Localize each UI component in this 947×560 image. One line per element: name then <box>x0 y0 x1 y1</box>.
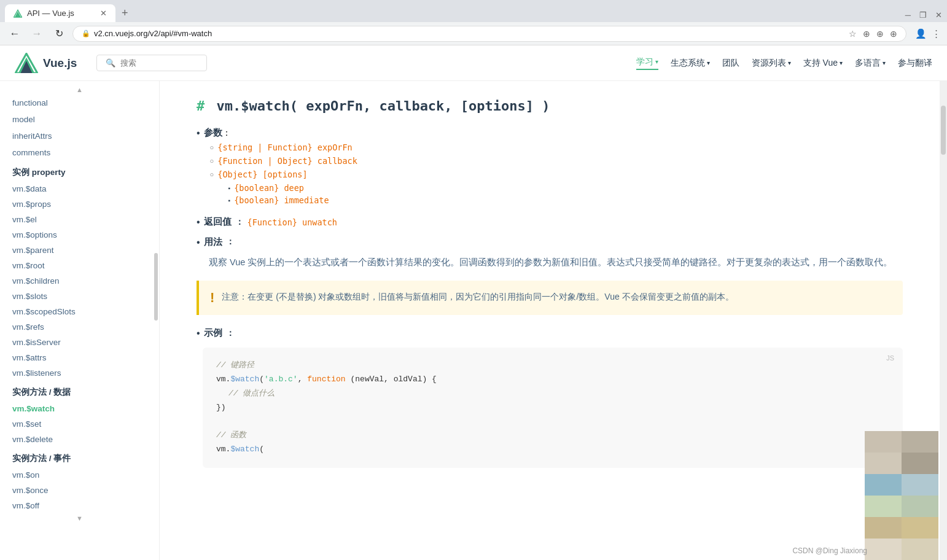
main-nav: 学习 ▾ 生态系统 ▾ 团队 资源列表 ▾ 支持 Vue ▾ 多语言 ▾ 参与翻… <box>636 56 932 70</box>
nav-item-resources[interactable]: 资源列表 ▾ <box>752 58 791 69</box>
warning-box: ! 注意：在变更 (不是替换) 对象或数组时，旧值将与新值相同，因为它们的引用指… <box>197 281 903 316</box>
tab-favicon <box>14 9 22 18</box>
swatch-12 <box>902 539 938 560</box>
tab-close-icon[interactable]: ✕ <box>100 9 107 18</box>
swatch-8 <box>902 496 938 517</box>
code-line-3: }) <box>216 401 889 415</box>
param-code-3: {Object} [options] <box>217 169 307 179</box>
sidebar-item-isserver[interactable]: vm.$isServer <box>0 335 159 350</box>
return-bullet: • <box>197 217 200 228</box>
url-bar[interactable]: 🔒 v2.cn.vuejs.org/v2/api/#vm-watch ☆ ⊕ ⊕… <box>72 26 906 42</box>
sidebar-item-off[interactable]: vm.$off <box>0 498 159 513</box>
right-scrollbar-thumb[interactable] <box>941 106 946 155</box>
extension-icon3[interactable]: ⊕ <box>890 29 897 39</box>
right-scrollbar-track[interactable] <box>940 81 947 560</box>
search-icon: 🔍 <box>106 58 115 68</box>
sidebar-scroll-up[interactable]: ▲ <box>0 85 159 95</box>
vue-logo <box>15 53 38 73</box>
sidebar-item-comments[interactable]: comments <box>0 144 159 161</box>
params-label: 参数 <box>204 127 222 138</box>
menu-icon[interactable]: ⋮ <box>932 28 941 39</box>
nav-item-ecosystem[interactable]: 生态系统 ▾ <box>671 58 710 69</box>
sidebar-item-set[interactable]: vm.$set <box>0 416 159 432</box>
warning-icon: ! <box>210 289 214 307</box>
sidebar-item-scopedslots[interactable]: vm.$scopedSlots <box>0 304 159 319</box>
tab-title: API — Vue.js <box>27 9 74 18</box>
sidebar-group-methods-events: 实例方法 / 事件 <box>0 447 159 467</box>
content-area: ▲ functional model inheritAttrs comments… <box>0 81 947 560</box>
search-box[interactable]: 🔍 <box>96 55 207 71</box>
minimize-window-icon[interactable]: ─ <box>905 10 911 20</box>
url-text: v2.cn.vuejs.org/v2/api/#vm-watch <box>94 29 212 38</box>
sidebar-item-props[interactable]: vm.$props <box>0 196 159 212</box>
reload-button[interactable]: ↻ <box>50 25 68 42</box>
logo[interactable]: Vue.js <box>15 53 77 73</box>
sidebar-item-el[interactable]: vm.$el <box>0 212 159 227</box>
extension-icon1[interactable]: ⊕ <box>863 29 870 39</box>
maximize-window-icon[interactable]: ❐ <box>919 10 927 20</box>
profile-icon[interactable]: 👤 <box>915 28 927 39</box>
watermark: CSDN @Ding Jiaxiong <box>792 546 867 555</box>
page: Vue.js 🔍 学习 ▾ 生态系统 ▾ 团队 资源列表 ▾ 支持 Vue ▾ … <box>0 45 947 560</box>
sidebar-item-options[interactable]: vm.$options <box>0 227 159 243</box>
nav-item-language[interactable]: 多语言 ▾ <box>855 58 886 69</box>
sidebar-scrollbar[interactable] <box>154 253 158 321</box>
params-bullet: • <box>197 128 200 139</box>
sidebar-item-parent[interactable]: vm.$parent <box>0 243 159 258</box>
sidebar-item-once[interactable]: vm.$once <box>0 483 159 498</box>
sidebar-item-model[interactable]: model <box>0 111 159 128</box>
bookmark-icon[interactable]: ☆ <box>849 29 857 39</box>
param-code-2: {Function | Object} callback <box>217 156 357 166</box>
swatch-1 <box>865 431 902 453</box>
nav-item-translate[interactable]: 参与翻译 <box>898 58 932 69</box>
back-button[interactable]: ← <box>6 25 23 42</box>
sidebar-item-slots[interactable]: vm.$slots <box>0 289 159 304</box>
param-item-1: ○ {string | Function} expOrFn <box>210 142 357 152</box>
sidebar-item-watch[interactable]: vm.$watch <box>0 401 159 416</box>
sidebar: ▲ functional model inheritAttrs comments… <box>0 81 160 560</box>
swatch-5 <box>865 474 902 496</box>
swatch-11 <box>865 539 902 560</box>
nav-item-learn[interactable]: 学习 ▾ <box>636 56 658 70</box>
usage-bullet: • <box>197 237 200 248</box>
sidebar-item-on[interactable]: vm.$on <box>0 467 159 483</box>
extension-icon2[interactable]: ⊕ <box>876 29 884 39</box>
usage-text: 观察 Vue 实例上的一个表达式或者一个函数计算结果的变化。回调函数得到的参数为… <box>197 254 903 271</box>
code-lang-label: JS <box>886 352 894 364</box>
param-item-2: ○ {Function | Object} callback <box>210 156 357 166</box>
sidebar-item-refs[interactable]: vm.$refs <box>0 319 159 335</box>
sidebar-item-attrs[interactable]: vm.$attrs <box>0 350 159 365</box>
usage-label: 用法 <box>204 236 222 248</box>
sidebar-item-functional[interactable]: functional <box>0 95 159 111</box>
sidebar-item-listeners[interactable]: vm.$listeners <box>0 365 159 381</box>
sidebar-item-root[interactable]: vm.$root <box>0 258 159 273</box>
forward-button[interactable]: → <box>28 25 45 42</box>
sidebar-scroll-down[interactable]: ▼ <box>0 513 159 523</box>
swatch-6 <box>902 474 938 496</box>
sidebar-group-methods-data: 实例方法 / 数据 <box>0 381 159 401</box>
nav-item-team[interactable]: 团队 <box>722 58 739 69</box>
example-bullet: • <box>197 328 200 339</box>
close-window-icon[interactable]: ✕ <box>935 10 942 20</box>
sidebar-item-delete[interactable]: vm.$delete <box>0 432 159 447</box>
params-section: • 参数： ○ {string | Function} expOrFn ○ {F… <box>197 127 903 208</box>
sidebar-item-inheritattrs[interactable]: inheritAttrs <box>0 128 159 144</box>
sidebar-item-data[interactable]: vm.$data <box>0 181 159 196</box>
title-hash: # <box>197 98 205 114</box>
example-label: 示例 <box>204 327 222 339</box>
param-item-3: ○ {Object} [options] <box>210 169 357 179</box>
warning-text: 注意：在变更 (不是替换) 对象或数组时，旧值将与新值相同，因为它们的引用指向同… <box>222 289 733 307</box>
comment-text-2: // 函数 <box>216 430 246 440</box>
swatch-9 <box>865 517 902 539</box>
browser-tab[interactable]: API — Vue.js ✕ <box>5 4 115 22</box>
search-input[interactable] <box>120 58 198 68</box>
nav-item-support[interactable]: 支持 Vue ▾ <box>803 58 843 69</box>
sidebar-item-children[interactable]: vm.$children <box>0 273 159 289</box>
swatch-2 <box>902 431 938 453</box>
new-tab-button[interactable]: + <box>115 7 134 20</box>
code-line-comment1: // 键路径 <box>216 359 889 373</box>
logo-text: Vue.js <box>43 56 77 70</box>
method-name: vm. <box>216 375 230 384</box>
swatch-4 <box>902 453 938 474</box>
sub-param-2: ▪ {boolean} immediate <box>228 195 357 205</box>
